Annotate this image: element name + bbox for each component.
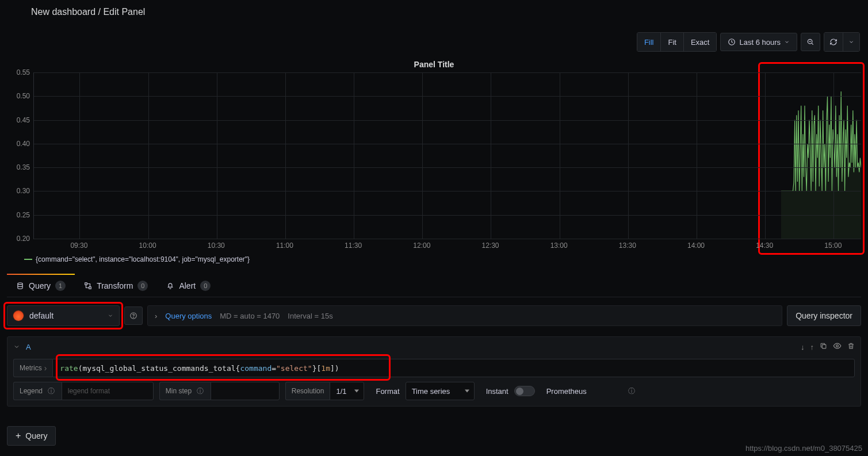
fit-button[interactable]: Fit xyxy=(661,33,683,51)
prometheus-icon xyxy=(13,311,24,321)
panel-title: Panel Title xyxy=(7,58,861,72)
datasource-picker[interactable]: default xyxy=(7,305,120,326)
clock-icon xyxy=(728,38,736,46)
move-up-icon[interactable]: ↑ xyxy=(810,343,815,351)
tab-alert-label: Alert xyxy=(179,281,196,290)
tab-alert-badge: 0 xyxy=(200,281,211,291)
svg-rect-7 xyxy=(822,344,826,348)
svg-point-6 xyxy=(133,317,134,318)
page-title: New dashboard / Edit Panel xyxy=(31,7,145,17)
refresh-group xyxy=(824,32,860,52)
watermark: https://blog.csdn.net/m0_38075425 xyxy=(745,444,862,453)
editor-tabs: Query 1 Transform 0 Alert 0 xyxy=(7,275,861,297)
query-options-interval: Interval = 15s xyxy=(288,312,332,320)
svg-rect-3 xyxy=(85,283,87,285)
add-query-label: Query xyxy=(25,431,47,440)
chevron-down-icon xyxy=(784,39,790,45)
chevron-down-icon xyxy=(848,39,854,45)
prometheus-label: Prometheus xyxy=(541,387,592,396)
info-icon[interactable]: ⓘ xyxy=(196,386,205,396)
time-range-label: Last 6 hours xyxy=(739,38,781,47)
chevron-down-icon xyxy=(108,313,113,319)
legend-label: Legend ⓘ xyxy=(13,382,62,400)
add-query-button[interactable]: + Query xyxy=(7,426,56,446)
zoom-out-button[interactable] xyxy=(801,33,820,51)
legend-color-swatch xyxy=(24,259,32,260)
query-ref-id: A xyxy=(26,343,31,351)
time-range-picker[interactable]: Last 6 hours xyxy=(720,33,797,51)
query-row-header: A ↓ ↑ xyxy=(7,337,861,357)
database-icon xyxy=(16,282,24,290)
chart-area: 0.200.250.300.350.400.450.500.55 xyxy=(7,72,861,239)
svg-point-8 xyxy=(836,345,839,347)
delete-icon[interactable] xyxy=(847,342,855,351)
query-row-a: A ↓ ↑ Metrics rate(mysql_global_status_c… xyxy=(7,336,861,407)
zoom-out-icon xyxy=(806,38,815,46)
chevron-down-icon[interactable] xyxy=(13,343,20,350)
svg-point-2 xyxy=(18,283,22,285)
min-step-input[interactable] xyxy=(211,382,280,400)
min-step-label: Min step ⓘ xyxy=(159,382,211,400)
view-mode-group: Fill Fit Exact xyxy=(637,32,717,52)
tab-transform[interactable]: Transform 0 xyxy=(75,275,157,297)
tab-transform-badge: 0 xyxy=(137,281,148,291)
legend-label: {command="select", instance="localhost:9… xyxy=(36,255,250,263)
x-axis: 09:3010:0010:3011:0011:3012:0012:3013:00… xyxy=(33,239,861,251)
plus-icon: + xyxy=(16,431,21,440)
metrics-label[interactable]: Metrics xyxy=(13,359,52,377)
transform-icon xyxy=(84,282,92,290)
toggle-visibility-icon[interactable] xyxy=(833,342,842,352)
chart-plot[interactable] xyxy=(33,72,861,239)
datasource-label: default xyxy=(29,311,102,320)
chevron-right-icon[interactable]: › xyxy=(155,312,157,320)
query-options-md: MD = auto = 1470 xyxy=(220,312,280,320)
bell-icon xyxy=(166,282,174,290)
move-down-icon[interactable]: ↓ xyxy=(801,343,805,351)
editor-header: New dashboard / Edit Panel xyxy=(0,0,868,24)
tab-query[interactable]: Query 1 xyxy=(7,275,75,297)
exact-button[interactable]: Exact xyxy=(684,33,717,51)
query-inspector-button[interactable]: Query inspector xyxy=(787,305,861,326)
refresh-interval-button[interactable] xyxy=(843,33,859,51)
info-icon[interactable]: ⓘ xyxy=(627,386,636,396)
refresh-icon xyxy=(829,38,838,46)
instant-toggle[interactable] xyxy=(514,386,535,396)
panel: Panel Title 0.200.250.300.350.400.450.50… xyxy=(0,58,868,266)
instant-label: Instant xyxy=(480,387,514,396)
tab-query-badge: 1 xyxy=(55,281,66,291)
duplicate-icon[interactable] xyxy=(820,342,827,351)
resolution-select[interactable]: 1/1 xyxy=(330,382,364,400)
tab-query-label: Query xyxy=(29,281,51,290)
query-options-row: default › Query options MD = auto = 1470… xyxy=(7,305,861,326)
query-options-bar: › Query options MD = auto = 1470 Interva… xyxy=(147,305,782,326)
question-icon xyxy=(129,312,137,320)
tab-transform-label: Transform xyxy=(97,281,133,290)
resolution-label: Resolution xyxy=(285,382,330,400)
info-icon[interactable]: ⓘ xyxy=(47,386,56,396)
tab-alert[interactable]: Alert 0 xyxy=(157,275,220,297)
metrics-row: Metrics rate(mysql_global_status_command… xyxy=(13,359,855,377)
promql-input[interactable]: rate(mysql_global_status_commands_total{… xyxy=(52,359,855,377)
format-label: Format xyxy=(370,387,405,396)
chart-legend[interactable]: {command="select", instance="localhost:9… xyxy=(7,251,861,266)
query-options-link[interactable]: Query options xyxy=(165,312,212,320)
legend-input[interactable] xyxy=(62,382,154,400)
query-settings-row: Legend ⓘ Min step ⓘ Resolution 1/1 Forma… xyxy=(13,382,855,400)
back-arrow-icon[interactable] xyxy=(7,5,21,19)
format-select[interactable]: Time series xyxy=(406,382,475,400)
datasource-help-button[interactable] xyxy=(124,306,143,325)
svg-rect-4 xyxy=(89,287,91,289)
fill-button[interactable]: Fill xyxy=(637,33,661,51)
refresh-button[interactable] xyxy=(824,33,843,51)
panel-toolbar: Fill Fit Exact Last 6 hours xyxy=(0,24,868,58)
y-axis: 0.200.250.300.350.400.450.500.55 xyxy=(7,72,33,239)
query-row-actions: ↓ ↑ xyxy=(801,342,855,352)
